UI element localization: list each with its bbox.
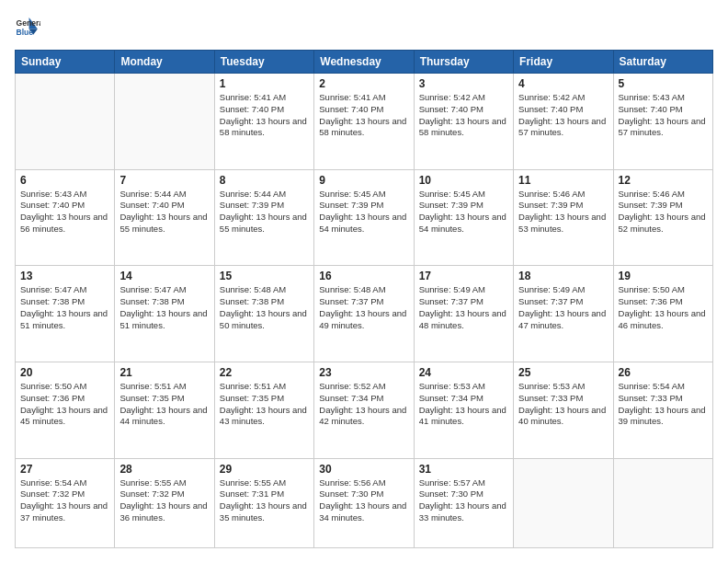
day-info: Sunrise: 5:54 AM Sunset: 7:32 PM Dayligh… [20, 477, 109, 524]
day-number: 5 [619, 77, 708, 90]
day-number: 17 [419, 270, 508, 282]
calendar-cell [613, 458, 712, 547]
calendar-cell: 25Sunrise: 5:53 AM Sunset: 7:33 PM Dayli… [514, 362, 613, 458]
day-info: Sunrise: 5:49 AM Sunset: 7:37 PM Dayligh… [419, 284, 508, 331]
calendar-week-1: 1Sunrise: 5:41 AM Sunset: 7:40 PM Daylig… [16, 74, 713, 170]
day-info: Sunrise: 5:47 AM Sunset: 7:38 PM Dayligh… [20, 284, 109, 331]
calendar-week-4: 20Sunrise: 5:50 AM Sunset: 7:36 PM Dayli… [16, 362, 713, 458]
day-info: Sunrise: 5:41 AM Sunset: 7:40 PM Dayligh… [220, 92, 309, 139]
calendar-cell: 6Sunrise: 5:43 AM Sunset: 7:40 PM Daylig… [16, 169, 115, 266]
day-info: Sunrise: 5:57 AM Sunset: 7:30 PM Dayligh… [419, 477, 508, 524]
day-number: 30 [319, 463, 408, 476]
day-number: 4 [518, 77, 608, 90]
calendar-cell: 2Sunrise: 5:41 AM Sunset: 7:40 PM Daylig… [314, 74, 414, 170]
day-number: 8 [220, 174, 309, 187]
calendar-cell: 5Sunrise: 5:43 AM Sunset: 7:40 PM Daylig… [613, 74, 712, 170]
calendar-cell: 30Sunrise: 5:56 AM Sunset: 7:30 PM Dayli… [314, 458, 414, 547]
calendar-cell: 17Sunrise: 5:49 AM Sunset: 7:37 PM Dayli… [414, 266, 513, 362]
day-header-monday: Monday [115, 51, 214, 74]
day-number: 29 [220, 463, 309, 476]
day-number: 6 [20, 174, 109, 187]
day-info: Sunrise: 5:50 AM Sunset: 7:36 PM Dayligh… [619, 284, 708, 331]
calendar-cell: 4Sunrise: 5:42 AM Sunset: 7:40 PM Daylig… [514, 74, 613, 170]
day-number: 31 [419, 463, 508, 476]
day-info: Sunrise: 5:56 AM Sunset: 7:30 PM Dayligh… [319, 477, 408, 524]
day-info: Sunrise: 5:44 AM Sunset: 7:39 PM Dayligh… [220, 189, 309, 236]
calendar-cell: 13Sunrise: 5:47 AM Sunset: 7:38 PM Dayli… [16, 266, 115, 362]
day-number: 10 [419, 174, 508, 187]
calendar-cell: 24Sunrise: 5:53 AM Sunset: 7:34 PM Dayli… [414, 362, 513, 458]
calendar-cell: 26Sunrise: 5:54 AM Sunset: 7:33 PM Dayli… [613, 362, 712, 458]
day-number: 19 [619, 270, 708, 282]
calendar-week-5: 27Sunrise: 5:54 AM Sunset: 7:32 PM Dayli… [16, 458, 713, 547]
svg-text:Blue: Blue [17, 28, 34, 37]
logo: General Blue [15, 15, 44, 40]
day-info: Sunrise: 5:46 AM Sunset: 7:39 PM Dayligh… [619, 189, 708, 236]
day-number: 1 [220, 77, 309, 90]
day-info: Sunrise: 5:55 AM Sunset: 7:32 PM Dayligh… [119, 477, 209, 524]
day-info: Sunrise: 5:52 AM Sunset: 7:34 PM Dayligh… [319, 381, 408, 428]
calendar-cell: 27Sunrise: 5:54 AM Sunset: 7:32 PM Dayli… [16, 458, 115, 547]
day-number: 2 [319, 77, 408, 90]
day-info: Sunrise: 5:51 AM Sunset: 7:35 PM Dayligh… [119, 381, 209, 428]
day-info: Sunrise: 5:47 AM Sunset: 7:38 PM Dayligh… [119, 284, 209, 331]
day-number: 26 [619, 366, 708, 379]
day-info: Sunrise: 5:54 AM Sunset: 7:33 PM Dayligh… [619, 381, 708, 428]
day-header-saturday: Saturday [613, 51, 712, 74]
day-number: 9 [319, 174, 408, 187]
calendar-cell: 1Sunrise: 5:41 AM Sunset: 7:40 PM Daylig… [214, 74, 313, 170]
day-number: 14 [119, 270, 209, 282]
day-number: 11 [518, 174, 608, 187]
day-number: 27 [20, 463, 109, 476]
calendar-cell: 22Sunrise: 5:51 AM Sunset: 7:35 PM Dayli… [214, 362, 313, 458]
day-number: 28 [119, 463, 209, 476]
calendar-cell: 11Sunrise: 5:46 AM Sunset: 7:39 PM Dayli… [514, 169, 613, 266]
header: General Blue [15, 15, 713, 40]
day-number: 21 [119, 366, 209, 379]
day-info: Sunrise: 5:41 AM Sunset: 7:40 PM Dayligh… [319, 92, 408, 139]
calendar-cell: 20Sunrise: 5:50 AM Sunset: 7:36 PM Dayli… [16, 362, 115, 458]
day-info: Sunrise: 5:48 AM Sunset: 7:38 PM Dayligh… [220, 284, 309, 331]
calendar-cell: 28Sunrise: 5:55 AM Sunset: 7:32 PM Dayli… [115, 458, 214, 547]
calendar-cell: 8Sunrise: 5:44 AM Sunset: 7:39 PM Daylig… [214, 169, 313, 266]
day-info: Sunrise: 5:43 AM Sunset: 7:40 PM Dayligh… [619, 92, 708, 139]
day-number: 24 [419, 366, 508, 379]
calendar-cell: 21Sunrise: 5:51 AM Sunset: 7:35 PM Dayli… [115, 362, 214, 458]
day-info: Sunrise: 5:46 AM Sunset: 7:39 PM Dayligh… [518, 189, 608, 236]
day-number: 3 [419, 77, 508, 90]
day-header-thursday: Thursday [414, 51, 513, 74]
calendar-cell: 29Sunrise: 5:55 AM Sunset: 7:31 PM Dayli… [214, 458, 313, 547]
calendar-cell [514, 458, 613, 547]
day-number: 20 [20, 366, 109, 379]
day-number: 15 [220, 270, 309, 282]
logo-icon: General Blue [15, 15, 40, 40]
calendar-cell: 18Sunrise: 5:49 AM Sunset: 7:37 PM Dayli… [514, 266, 613, 362]
calendar-cell: 9Sunrise: 5:45 AM Sunset: 7:39 PM Daylig… [314, 169, 414, 266]
calendar-table: SundayMondayTuesdayWednesdayThursdayFrid… [15, 50, 713, 548]
day-info: Sunrise: 5:45 AM Sunset: 7:39 PM Dayligh… [419, 189, 508, 236]
calendar-cell: 16Sunrise: 5:48 AM Sunset: 7:37 PM Dayli… [314, 266, 414, 362]
calendar-cell: 14Sunrise: 5:47 AM Sunset: 7:38 PM Dayli… [115, 266, 214, 362]
day-info: Sunrise: 5:43 AM Sunset: 7:40 PM Dayligh… [20, 189, 109, 236]
svg-text:General: General [17, 18, 40, 28]
day-number: 22 [220, 366, 309, 379]
calendar-week-2: 6Sunrise: 5:43 AM Sunset: 7:40 PM Daylig… [16, 169, 713, 266]
day-info: Sunrise: 5:49 AM Sunset: 7:37 PM Dayligh… [518, 284, 608, 331]
day-info: Sunrise: 5:45 AM Sunset: 7:39 PM Dayligh… [319, 189, 408, 236]
calendar-cell: 19Sunrise: 5:50 AM Sunset: 7:36 PM Dayli… [613, 266, 712, 362]
calendar-cell: 15Sunrise: 5:48 AM Sunset: 7:38 PM Dayli… [214, 266, 313, 362]
day-info: Sunrise: 5:55 AM Sunset: 7:31 PM Dayligh… [220, 477, 309, 524]
day-number: 18 [518, 270, 608, 282]
day-number: 23 [319, 366, 408, 379]
day-number: 25 [518, 366, 608, 379]
calendar-cell: 10Sunrise: 5:45 AM Sunset: 7:39 PM Dayli… [414, 169, 513, 266]
calendar-cell: 3Sunrise: 5:42 AM Sunset: 7:40 PM Daylig… [414, 74, 513, 170]
day-info: Sunrise: 5:53 AM Sunset: 7:33 PM Dayligh… [518, 381, 608, 428]
calendar-cell: 7Sunrise: 5:44 AM Sunset: 7:40 PM Daylig… [115, 169, 214, 266]
day-info: Sunrise: 5:48 AM Sunset: 7:37 PM Dayligh… [319, 284, 408, 331]
day-info: Sunrise: 5:42 AM Sunset: 7:40 PM Dayligh… [419, 92, 508, 139]
page: General Blue SundayMondayTuesdayWednesda… [0, 0, 728, 563]
calendar-cell [115, 74, 214, 170]
calendar-header-row: SundayMondayTuesdayWednesdayThursdayFrid… [16, 51, 713, 74]
day-info: Sunrise: 5:51 AM Sunset: 7:35 PM Dayligh… [220, 381, 309, 428]
